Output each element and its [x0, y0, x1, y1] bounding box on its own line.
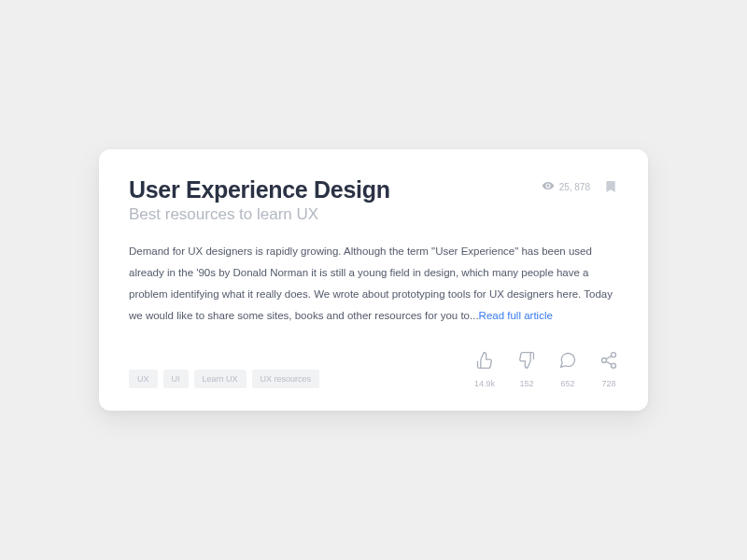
thumbs-down-icon [517, 351, 536, 373]
views-counter: 25, 878 [542, 179, 590, 194]
tag-ux-resources[interactable]: UX resources [252, 370, 320, 388]
article-subtitle: Best resources to learn UX [129, 205, 542, 224]
article-card: User Experience Design Best resources to… [99, 149, 648, 411]
header-meta: 25, 878 [542, 175, 618, 196]
share-count: 728 [601, 379, 615, 388]
views-count: 25, 878 [559, 182, 590, 192]
comment-icon [558, 351, 577, 373]
article-title: User Experience Design [129, 175, 542, 203]
like-button[interactable]: 14.9k [474, 351, 495, 388]
title-block: User Experience Design Best resources to… [129, 175, 542, 224]
card-footer: UX UI Learn UX UX resources 14.9k 152 [129, 351, 618, 388]
share-icon [599, 351, 618, 373]
comment-button[interactable]: 652 [558, 351, 577, 388]
svg-point-0 [612, 353, 616, 357]
read-more-link[interactable]: Read full article [479, 310, 553, 321]
thumbs-up-icon [475, 351, 494, 373]
bookmark-icon [603, 183, 618, 199]
tag-learn-ux[interactable]: Learn UX [194, 370, 247, 388]
like-count: 14.9k [474, 379, 495, 388]
action-bar: 14.9k 152 652 728 [474, 351, 618, 388]
dislike-button[interactable]: 152 [517, 351, 536, 388]
dislike-count: 152 [519, 379, 533, 388]
tag-ui[interactable]: UI [163, 370, 189, 388]
card-header: User Experience Design Best resources to… [129, 175, 618, 224]
svg-point-2 [612, 363, 616, 368]
article-excerpt: Demand for UX designers is rapidly growi… [129, 241, 618, 327]
bookmark-button[interactable] [603, 177, 618, 196]
share-button[interactable]: 728 [599, 351, 618, 388]
tag-ux[interactable]: UX [129, 370, 158, 388]
eye-icon [542, 179, 555, 194]
svg-point-1 [602, 358, 607, 363]
tag-list: UX UI Learn UX UX resources [129, 370, 319, 388]
comment-count: 652 [560, 379, 574, 388]
